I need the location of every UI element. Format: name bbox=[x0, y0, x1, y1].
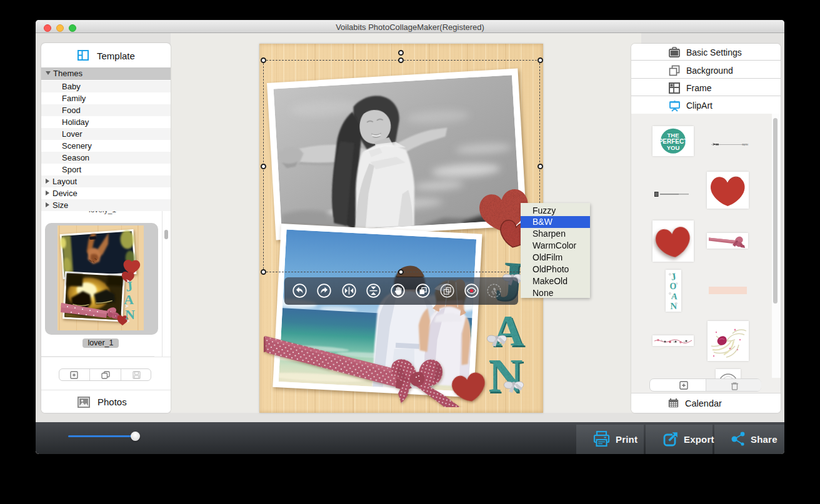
svg-text:J: J bbox=[670, 270, 676, 282]
svg-text:Sep '08: Sep '08 bbox=[742, 144, 748, 146]
svg-text:N: N bbox=[125, 307, 135, 322]
svg-text:A: A bbox=[124, 292, 134, 307]
svg-text:A: A bbox=[492, 307, 524, 355]
svg-text:PERFECT: PERFECT bbox=[659, 138, 688, 145]
svg-text:A: A bbox=[671, 291, 678, 301]
svg-text:O: O bbox=[669, 282, 676, 291]
svg-text:YOU: YOU bbox=[667, 144, 680, 151]
